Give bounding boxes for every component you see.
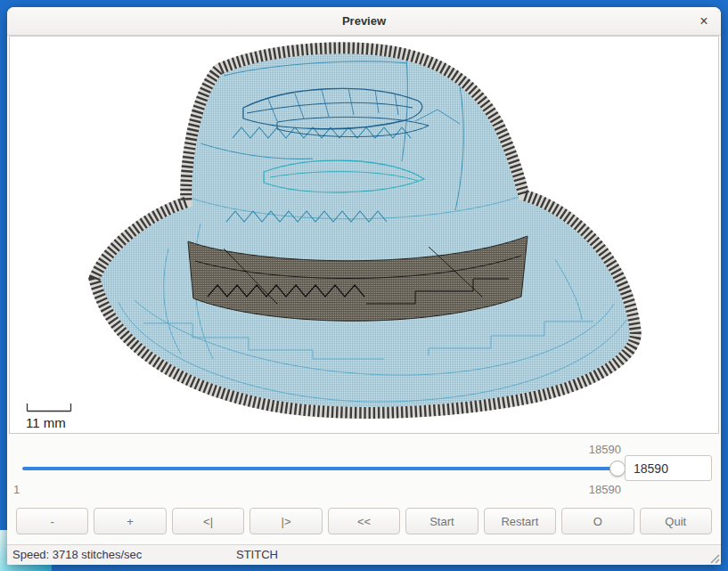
start-button[interactable]: Start [405,508,478,534]
o-button[interactable]: O [561,508,634,534]
status-bar: Speed: 3718 stitches/sec STITCH [7,544,721,565]
slider-max-label-top: 18590 [589,443,621,456]
play-forward-button[interactable]: |> [249,508,322,534]
restart-button[interactable]: Restart [484,508,556,534]
stitch-mode-status: STITCH [236,545,278,564]
rewind-button[interactable]: << [328,508,400,534]
control-buttons-row: - + <| |> << Start Restart O Quit [16,508,712,534]
resize-grip[interactable] [707,551,720,564]
quit-button[interactable]: Quit [640,508,712,534]
scale-marker: 11 mm [26,400,72,430]
stitch-number-input[interactable] [625,455,712,481]
titlebar[interactable]: Preview × [7,7,721,36]
slider-max-label-bottom: 18590 [589,483,621,496]
scale-bracket-icon [26,402,72,412]
slider-handle[interactable] [609,461,626,477]
speed-up-button[interactable]: + [94,508,166,534]
scale-label: 11 mm [26,415,72,430]
preview-window: Preview × [7,7,721,565]
close-button[interactable]: × [692,10,716,33]
slider-min-label: 1 [13,483,20,496]
stitch-progress-slider[interactable] [22,461,622,477]
speed-status: Speed: 3718 stitches/sec [12,545,142,564]
embroidery-hat-graphic [10,37,718,433]
slider-track[interactable] [22,467,622,470]
slow-down-button[interactable]: - [16,508,88,534]
play-backward-button[interactable]: <| [172,508,244,534]
preview-canvas[interactable]: 11 mm [9,36,719,434]
window-title: Preview [342,14,386,28]
